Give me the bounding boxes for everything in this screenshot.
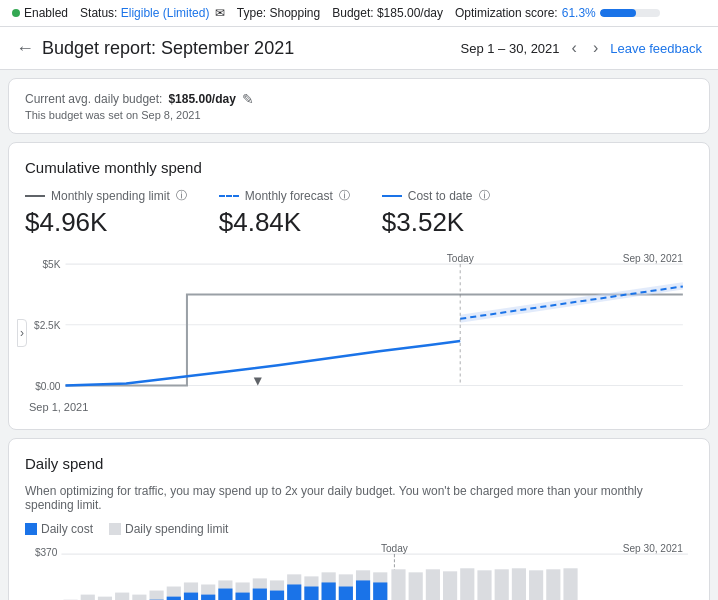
svg-rect-31 bbox=[201, 594, 215, 600]
next-arrow[interactable]: › bbox=[589, 37, 602, 59]
metric-legend-limit: Monthly spending limit ⓘ bbox=[25, 188, 187, 203]
svg-rect-43 bbox=[304, 586, 318, 600]
header-right: Sep 1 – 30, 2021 ‹ › Leave feedback bbox=[461, 37, 702, 59]
legend-dashed-blue bbox=[219, 195, 239, 197]
svg-text:$5K: $5K bbox=[42, 259, 60, 270]
info-icon-forecast[interactable]: ⓘ bbox=[339, 188, 350, 203]
enabled-dot bbox=[12, 9, 20, 17]
legend-solid-blue bbox=[382, 195, 402, 197]
budget-avg-label: Current avg. daily budget: $185.00/day ✎ bbox=[25, 91, 693, 107]
budget-label: Budget: $185.00/day bbox=[332, 6, 443, 20]
expand-button[interactable]: › bbox=[17, 319, 27, 347]
svg-rect-39 bbox=[270, 590, 284, 600]
svg-marker-8 bbox=[254, 377, 262, 385]
daily-bar-chart: $370 $0.00 bbox=[25, 544, 693, 600]
metric-value-cost: $3.52K bbox=[382, 207, 490, 238]
metric-legend-cost: Cost to date ⓘ bbox=[382, 188, 490, 203]
header-left: ← Budget report: September 2021 bbox=[16, 38, 294, 59]
cumulative-spend-card: Cumulative monthly spend Monthly spendin… bbox=[8, 142, 710, 430]
svg-text:Today: Today bbox=[447, 254, 475, 264]
back-arrow[interactable]: ← bbox=[16, 38, 34, 59]
svg-rect-45 bbox=[322, 582, 336, 600]
svg-rect-24 bbox=[149, 590, 163, 600]
legend-box-blue bbox=[25, 523, 37, 535]
budget-set-date: This budget was set on Sep 8, 2021 bbox=[25, 109, 693, 121]
svg-rect-51 bbox=[373, 582, 387, 600]
prev-arrow[interactable]: ‹ bbox=[568, 37, 581, 59]
svg-rect-35 bbox=[236, 592, 250, 600]
eligible-label: Eligible (Limited) bbox=[121, 6, 210, 20]
cumulative-section-title: Cumulative monthly spend bbox=[25, 159, 693, 176]
svg-text:$2.5K: $2.5K bbox=[34, 320, 61, 331]
svg-text:$0.00: $0.00 bbox=[35, 381, 61, 392]
mail-icon: ✉ bbox=[215, 6, 225, 20]
metrics-row: Monthly spending limit ⓘ $4.96K Monthly … bbox=[25, 188, 693, 238]
svg-rect-22 bbox=[132, 594, 146, 600]
metric-monthly-limit: Monthly spending limit ⓘ $4.96K bbox=[25, 188, 187, 238]
legend-box-gray bbox=[109, 523, 121, 535]
svg-text:Sep 30, 2021: Sep 30, 2021 bbox=[623, 544, 684, 554]
legend-solid-gray bbox=[25, 195, 45, 197]
svg-rect-63 bbox=[563, 568, 577, 600]
status-label: Status: Eligible (Limited) ✉ bbox=[80, 6, 225, 20]
daily-legend: Daily cost Daily spending limit bbox=[25, 522, 693, 536]
metric-legend-forecast: Monthly forecast ⓘ bbox=[219, 188, 350, 203]
svg-rect-60 bbox=[512, 568, 526, 600]
budget-info-card: Current avg. daily budget: $185.00/day ✎… bbox=[8, 78, 710, 134]
svg-text:$370: $370 bbox=[35, 547, 58, 558]
svg-text:Today: Today bbox=[381, 544, 409, 554]
svg-rect-59 bbox=[495, 569, 509, 600]
svg-rect-27 bbox=[167, 596, 181, 600]
svg-rect-58 bbox=[477, 570, 491, 600]
svg-text:Sep 30, 2021: Sep 30, 2021 bbox=[623, 254, 684, 264]
chart-x-labels: Sep 1, 2021 bbox=[25, 401, 693, 413]
bar-chart-svg: $370 $0.00 bbox=[25, 544, 693, 600]
edit-icon[interactable]: ✎ bbox=[242, 91, 254, 107]
legend-daily-cost: Daily cost bbox=[25, 522, 93, 536]
metric-value-forecast: $4.84K bbox=[219, 207, 350, 238]
svg-rect-57 bbox=[460, 568, 474, 600]
svg-rect-16 bbox=[81, 594, 95, 600]
svg-rect-61 bbox=[529, 570, 543, 600]
svg-rect-20 bbox=[115, 592, 129, 600]
svg-rect-33 bbox=[218, 588, 232, 600]
svg-rect-56 bbox=[443, 571, 457, 600]
metric-value-limit: $4.96K bbox=[25, 207, 187, 238]
svg-rect-53 bbox=[391, 569, 405, 600]
info-icon-limit[interactable]: ⓘ bbox=[176, 188, 187, 203]
daily-spend-card: Daily spend When optimizing for traffic,… bbox=[8, 438, 710, 600]
cumulative-chart: › $5K $2.5K $0.00 bbox=[25, 254, 693, 413]
svg-rect-49 bbox=[356, 580, 370, 600]
svg-rect-55 bbox=[426, 569, 440, 600]
enabled-label: Enabled bbox=[24, 6, 68, 20]
optimization-bar-bg bbox=[600, 9, 660, 17]
svg-rect-29 bbox=[184, 592, 198, 600]
optimization-score: Optimization score: 61.3% bbox=[455, 6, 660, 20]
optimization-bar-fill bbox=[600, 9, 637, 17]
svg-rect-18 bbox=[98, 596, 112, 600]
leave-feedback-link[interactable]: Leave feedback bbox=[610, 41, 702, 56]
legend-spending-limit: Daily spending limit bbox=[109, 522, 228, 536]
daily-spend-subtitle: When optimizing for traffic, you may spe… bbox=[25, 484, 693, 512]
svg-rect-62 bbox=[546, 569, 560, 600]
type-label: Type: Shopping bbox=[237, 6, 320, 20]
info-icon-cost[interactable]: ⓘ bbox=[479, 188, 490, 203]
date-range: Sep 1 – 30, 2021 bbox=[461, 41, 560, 56]
svg-rect-47 bbox=[339, 586, 353, 600]
page-title: Budget report: September 2021 bbox=[42, 38, 294, 59]
metric-cost-to-date: Cost to date ⓘ $3.52K bbox=[382, 188, 490, 238]
type-value: Shopping bbox=[270, 6, 321, 20]
metric-monthly-forecast: Monthly forecast ⓘ $4.84K bbox=[219, 188, 350, 238]
line-chart-svg: $5K $2.5K $0.00 bbox=[25, 254, 693, 396]
daily-spend-title: Daily spend bbox=[25, 455, 693, 472]
svg-rect-37 bbox=[253, 588, 267, 600]
page-header: ← Budget report: September 2021 Sep 1 – … bbox=[0, 27, 718, 70]
enabled-status: Enabled bbox=[12, 6, 68, 20]
svg-rect-41 bbox=[287, 584, 301, 600]
optimization-value: 61.3% bbox=[562, 6, 596, 20]
svg-rect-54 bbox=[409, 572, 423, 600]
main-content: Current avg. daily budget: $185.00/day ✎… bbox=[0, 78, 718, 600]
status-bar: Enabled Status: Eligible (Limited) ✉ Typ… bbox=[0, 0, 718, 27]
budget-avg-value: $185.00/day bbox=[168, 92, 235, 106]
budget-value: $185.00/day bbox=[377, 6, 443, 20]
